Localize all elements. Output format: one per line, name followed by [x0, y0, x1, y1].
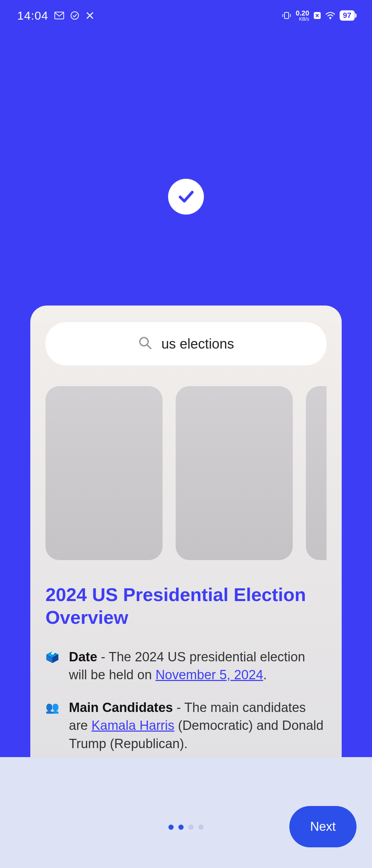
candidate-link[interactable]: Kamala Harris [91, 718, 174, 733]
search-bar[interactable]: us elections [45, 322, 327, 365]
battery-level: 97 [343, 11, 351, 20]
svg-rect-0 [55, 12, 64, 19]
image-placeholder [176, 386, 293, 560]
next-label: Next [310, 819, 335, 834]
status-time: 14:04 [17, 9, 48, 22]
image-placeholder [306, 386, 327, 560]
ballot-box-icon: 🗳️ [45, 648, 59, 684]
image-tiles [45, 386, 327, 560]
image-placeholder [45, 386, 163, 560]
bullet-text: Date - The 2024 US presidential election… [69, 648, 327, 684]
status-bar: 14:04 0.20 KB/s 97 [0, 0, 372, 31]
dot[interactable] [188, 825, 194, 830]
vibrate-icon [281, 11, 292, 20]
svg-rect-2 [285, 12, 289, 19]
gmail-icon [54, 12, 64, 19]
wifi-icon [325, 11, 335, 20]
list-item: 👥 Main Candidates - The main candidates … [45, 699, 327, 753]
dot-active[interactable] [168, 825, 174, 830]
battery-icon: 97 [340, 10, 355, 21]
bullet-text: Main Candidates - The main candidates ar… [69, 699, 327, 753]
people-icon: 👥 [45, 699, 59, 753]
bullet-label: Main Candidates [69, 700, 173, 715]
tools-icon [85, 11, 94, 20]
search-text: us elections [161, 336, 234, 352]
card-title: 2024 US Presidential Election Overview [45, 583, 327, 629]
bullet-label: Date [69, 650, 97, 664]
close-badge-icon [313, 12, 321, 19]
list-item: 🗳️ Date - The 2024 US presidential elect… [45, 648, 327, 684]
circle-check-icon [70, 11, 79, 20]
preview-card: us elections 2024 US Presidential Electi… [30, 306, 342, 788]
next-button[interactable]: Next [289, 806, 356, 847]
check-circle-icon [168, 179, 204, 215]
page-indicator [168, 825, 204, 830]
network-speed: 0.20 KB/s [296, 10, 309, 21]
dot-active[interactable] [178, 825, 184, 830]
date-link[interactable]: November 5, 2024 [155, 668, 263, 682]
dot[interactable] [198, 825, 204, 830]
status-right: 0.20 KB/s 97 [281, 10, 355, 21]
status-left: 14:04 [17, 9, 94, 22]
svg-point-1 [71, 12, 79, 19]
svg-point-4 [330, 18, 331, 19]
search-icon [138, 335, 153, 352]
